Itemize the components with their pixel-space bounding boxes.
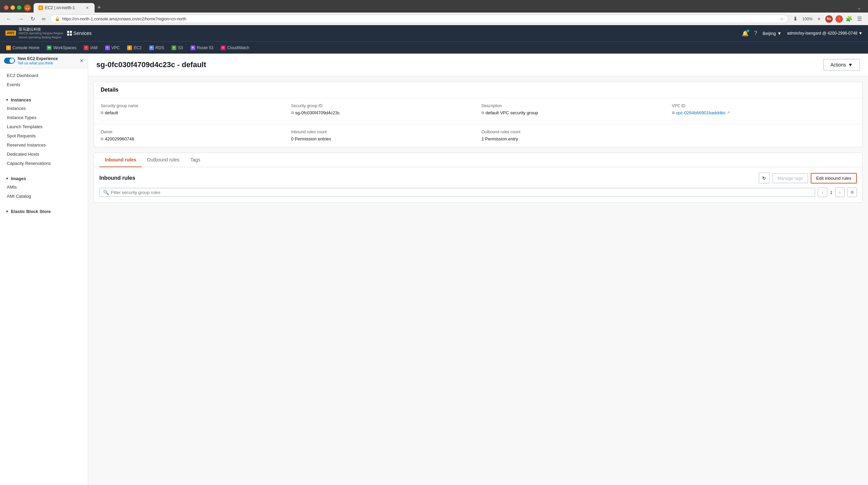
back-button[interactable]: ← — [4, 15, 14, 23]
sidebar-item-reserved-instances[interactable]: Reserved Instances — [0, 140, 88, 150]
sidebar-item-ec2-dashboard[interactable]: EC2 Dashboard — [0, 71, 88, 80]
copy-icon-owner[interactable]: ⧉ — [101, 137, 103, 141]
pagination-controls: ‹ 1 › — [818, 188, 845, 197]
sidebar-item-launch-templates[interactable]: Launch Templates — [0, 122, 88, 131]
s3-label: S3 — [178, 45, 183, 50]
toggle-label: New EC2 Experience — [18, 56, 58, 61]
ec2-label: EC2 — [134, 45, 141, 50]
service-nav-ec2[interactable]: E EC2 — [124, 44, 145, 52]
tab-outbound-label: Outbound rules — [147, 157, 180, 162]
region2-label: Sinnet operating Beijing Region — [19, 36, 63, 40]
account-chevron: ▼ — [859, 31, 863, 36]
toggle-subtitle[interactable]: Tell us what you think — [18, 61, 58, 65]
vpc-id-label: VPC ID — [672, 103, 856, 108]
sidebar-item-events[interactable]: Events — [0, 80, 88, 89]
console-icon: C — [6, 45, 11, 50]
tab-expand-button[interactable]: ⌄ — [854, 4, 864, 12]
copy-icon-sg-id[interactable]: ⧉ — [291, 111, 294, 115]
address-bar: ← → ↻ ∞ 🔒 https://cn-north-1.console.ama… — [0, 13, 868, 25]
copy-icon-desc[interactable]: ⧉ — [481, 111, 484, 115]
firefox-icon: 🦊 — [24, 4, 31, 11]
service-nav-s3[interactable]: S S3 — [168, 44, 186, 52]
tab-outbound-rules[interactable]: Outbound rules — [142, 153, 185, 167]
sidebar-item-spot-requests[interactable]: Spot Requests — [0, 131, 88, 140]
service-nav-iam[interactable]: I IAM — [80, 44, 101, 52]
actions-chevron-icon: ▼ — [848, 62, 853, 67]
actions-label: Actions — [830, 62, 846, 67]
dot-red[interactable] — [4, 5, 8, 10]
service-nav-vpc[interactable]: V VPC — [102, 44, 123, 52]
sidebar-item-ami-catalog[interactable]: AMI Catalog — [0, 192, 88, 201]
sidebar-section-ebs: ▼ Elastic Block Store — [0, 203, 88, 218]
profile-badge-1[interactable]: No — [825, 15, 833, 23]
instances-chevron: ▼ — [5, 98, 9, 102]
copy-icon-sg-name[interactable]: ⧉ — [101, 111, 103, 115]
sidebar-item-instances[interactable]: Instances — [0, 104, 88, 113]
console-home-label: Console Home — [13, 45, 39, 50]
extension-icon[interactable]: 🧩 — [846, 16, 852, 22]
next-page-button[interactable]: › — [835, 188, 845, 197]
ebs-chevron: ▼ — [5, 210, 9, 213]
experience-toggle-switch[interactable] — [4, 58, 15, 64]
new-tab-button[interactable]: + — [95, 3, 104, 13]
external-link-icon[interactable]: ↗ — [727, 111, 730, 114]
sidebar-header-instances[interactable]: ▼ Instances — [0, 95, 88, 104]
content-header: sg-0fc030f4709d4c23c - default Actions ▼ — [88, 54, 868, 76]
outbound-count-label: Outbound rules count — [481, 130, 665, 134]
tab-close-button[interactable]: ✕ — [84, 5, 90, 11]
inbound-count-text: 0 Permission entries — [291, 136, 331, 141]
service-nav-route53[interactable]: R Route 53 — [187, 44, 217, 52]
prev-page-button[interactable]: ‹ — [818, 188, 827, 197]
star-icon[interactable]: ☆ — [780, 16, 784, 21]
vpc-id-link[interactable]: vpc-0264b66901badddbc — [676, 110, 726, 115]
sidebar-item-capacity-reservations[interactable]: Capacity Reservations — [0, 159, 88, 168]
browser-tab-active[interactable]: E EC2 | cn-north-1 ✕ — [34, 3, 95, 13]
detail-outbound-count: Outbound rules count 1 Permission entry — [481, 130, 665, 141]
notifications-icon[interactable]: 🔔 — [742, 30, 749, 37]
sidebar-header-ebs[interactable]: ▼ Elastic Block Store — [0, 206, 88, 215]
sidebar-header-images[interactable]: ▼ Images — [0, 173, 88, 182]
manage-tags-button[interactable]: Manage tags — [772, 173, 808, 183]
zoom-in-button[interactable]: + — [815, 15, 823, 23]
iam-icon: I — [84, 45, 88, 50]
dot-green[interactable] — [17, 5, 21, 10]
service-nav-rds[interactable]: R RDS — [146, 44, 167, 52]
forward-button[interactable]: → — [16, 15, 26, 23]
route53-icon: R — [191, 45, 195, 50]
account-menu[interactable]: admin/lxy-lsengard @ 4200-2996-0748 ▼ — [787, 31, 863, 36]
detail-vpc-id: VPC ID ⧉ vpc-0264b66901badddbc ↗ — [672, 103, 856, 115]
extensions-button[interactable]: ∞ — [40, 15, 47, 23]
toggle-close-button[interactable]: ✕ — [80, 58, 84, 63]
copy-icon-vpc[interactable]: ⧉ — [672, 111, 675, 115]
sg-id-text: sg-0fc030f4709d4c23c — [295, 110, 340, 115]
sg-name-text: default — [105, 110, 118, 115]
detail-empty — [672, 130, 856, 141]
refresh-button[interactable]: ↻ — [759, 173, 770, 183]
notification-dot — [747, 30, 749, 32]
reload-button[interactable]: ↻ — [28, 15, 37, 23]
address-input[interactable]: 🔒 https://cn-north-1.console.amazonaws.c… — [50, 15, 788, 23]
service-nav-cloudwatch[interactable]: C CloudWatch — [217, 44, 253, 52]
help-icon[interactable]: ? — [754, 30, 757, 36]
search-input[interactable] — [111, 190, 811, 195]
edit-inbound-rules-button[interactable]: Edit inbound rules — [811, 173, 857, 183]
aws-logo[interactable]: AWS 亚马逊云科技 NWCD operating Ningxia Region… — [5, 27, 63, 40]
table-settings-button[interactable]: ⚙ — [847, 188, 857, 197]
search-bar[interactable]: 🔍 — [99, 188, 815, 197]
service-nav-console-home[interactable]: C Console Home — [3, 44, 43, 52]
region-selector[interactable]: Beijing ▼ — [763, 31, 782, 36]
tab-tags[interactable]: Tags — [185, 153, 206, 167]
sidebar-item-amis[interactable]: AMIs — [0, 182, 88, 192]
detail-description: Description ⧉ default VPC security group — [481, 103, 665, 115]
service-nav-workspaces[interactable]: W WorkSpaces — [43, 44, 80, 52]
sidebar-item-instance-types[interactable]: Instance Types — [0, 113, 88, 122]
tab-inbound-rules[interactable]: Inbound rules — [99, 153, 142, 167]
profile-badge-2[interactable]: I — [835, 15, 843, 23]
dot-yellow[interactable] — [11, 5, 15, 10]
s3-icon: S — [172, 45, 176, 50]
sidebar-item-dedicated-hosts[interactable]: Dedicated Hosts — [0, 150, 88, 159]
menu-button[interactable]: ☰ — [855, 15, 864, 23]
services-menu[interactable]: Services — [67, 31, 92, 36]
actions-button[interactable]: Actions ▼ — [823, 59, 860, 71]
download-button[interactable]: ⬇ — [791, 15, 800, 23]
